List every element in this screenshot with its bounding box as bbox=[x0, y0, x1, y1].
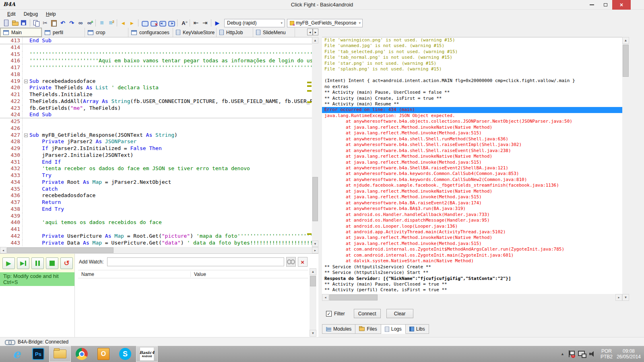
taskbar-ps[interactable]: Ps bbox=[27, 346, 49, 362]
fold-toggle-icon[interactable]: - bbox=[24, 80, 28, 83]
scroll-up-icon[interactable]: ▲ bbox=[622, 37, 629, 44]
panel-tab-files[interactable]: Files bbox=[355, 324, 381, 334]
taskbar-outlook[interactable]: O bbox=[93, 346, 114, 362]
resume-button[interactable] bbox=[2, 257, 15, 269]
clear-button[interactable]: Clear bbox=[386, 309, 413, 318]
tab-perfil[interactable]: perfil bbox=[42, 28, 85, 37]
tray-expand-icon[interactable]: ▲ bbox=[561, 352, 564, 356]
log-line: at java.lang.reflect.Method.invoke(Metho… bbox=[322, 194, 622, 200]
language-indicator[interactable]: POR PTB2 bbox=[601, 348, 613, 360]
tab-scroll-left-button[interactable]: ◂ bbox=[307, 29, 313, 35]
scroll-left-icon[interactable]: ◂ bbox=[0, 247, 6, 253]
cut-button[interactable] bbox=[41, 19, 50, 27]
code-text: End Sub bbox=[29, 111, 318, 118]
menu-debug[interactable]: Debug bbox=[20, 10, 42, 18]
log-hscrollbar[interactable]: ◂ ▸ bbox=[322, 294, 622, 301]
tab-main[interactable]: Main bbox=[0, 28, 42, 37]
filter-checkbox[interactable]: ✓ bbox=[326, 311, 332, 317]
scroll-down-icon[interactable]: ▼ bbox=[310, 330, 316, 337]
menu-help[interactable]: Help bbox=[42, 10, 60, 18]
editor-vscrollbar[interactable]: ▲ ▼ bbox=[312, 37, 318, 247]
clock[interactable]: 09:08 26/05/2014 bbox=[617, 348, 641, 360]
editor-hscroll-thumb[interactable] bbox=[7, 247, 114, 253]
fmt1-button[interactable] bbox=[97, 19, 106, 27]
run-button[interactable] bbox=[213, 19, 222, 27]
scroll-down-icon[interactable]: ▼ bbox=[622, 294, 629, 301]
redo-button[interactable] bbox=[67, 19, 76, 27]
find-watch-button[interactable] bbox=[286, 257, 296, 267]
scroll-right-icon[interactable]: ▸ bbox=[615, 294, 622, 301]
view-x-button[interactable] bbox=[149, 19, 158, 27]
restart-button[interactable] bbox=[60, 257, 73, 269]
log-output[interactable]: File 'warningicon.png' is not used. (war… bbox=[322, 37, 622, 294]
scroll-up-icon[interactable]: ▲ bbox=[312, 37, 318, 43]
volume-icon[interactable] bbox=[589, 351, 597, 357]
minimize-button[interactable] bbox=[586, 0, 598, 10]
taskbar-chrome[interactable] bbox=[71, 346, 93, 362]
title-bar: B4A Click Fight - Basic4android × bbox=[0, 0, 644, 10]
copy-button[interactable] bbox=[32, 19, 41, 27]
close-icon: × bbox=[620, 2, 623, 8]
scroll-down-icon[interactable]: ▼ bbox=[312, 241, 318, 247]
editor-hscrollbar[interactable]: ◂ ▸ bbox=[0, 247, 318, 253]
network-icon[interactable] bbox=[578, 351, 585, 357]
pause-button[interactable] bbox=[31, 257, 44, 269]
tab-scroll-right-button[interactable]: ▸ bbox=[313, 29, 318, 35]
log-line: at android.app.ActivityThread.main(Activ… bbox=[322, 229, 622, 235]
fold-margin bbox=[23, 172, 29, 179]
scroll-right-icon[interactable]: ▸ bbox=[312, 247, 318, 253]
delete-watch-button[interactable]: × bbox=[298, 257, 308, 267]
panel-tab-libs[interactable]: Libs bbox=[406, 324, 429, 334]
rename-button[interactable] bbox=[179, 19, 188, 27]
outdent-button[interactable] bbox=[192, 19, 200, 27]
view-button[interactable] bbox=[140, 19, 149, 27]
taskbar-ie[interactable]: e bbox=[6, 346, 27, 362]
line-number: 434 bbox=[0, 179, 23, 186]
open-button[interactable] bbox=[10, 19, 19, 27]
sub-navigator-select[interactable]: myFB_GetFields_Response ▾ bbox=[287, 19, 363, 27]
indent-button[interactable] bbox=[200, 19, 209, 27]
watch-vscrollbar[interactable]: ▲ ▼ bbox=[310, 268, 316, 337]
tab-configuracoes[interactable]: configuracoes bbox=[128, 28, 173, 37]
undo-button[interactable] bbox=[58, 19, 67, 27]
debug-mode-select[interactable]: Debug (rapid) ▾ bbox=[224, 19, 285, 27]
fmt2-button[interactable] bbox=[106, 19, 115, 27]
log-vscrollbar[interactable]: ▲ ▼ bbox=[622, 37, 629, 301]
bubble-l-button[interactable] bbox=[158, 19, 167, 27]
scroll-up-icon[interactable]: ▲ bbox=[310, 268, 316, 275]
find-button[interactable] bbox=[76, 19, 85, 27]
new-button[interactable] bbox=[2, 19, 10, 27]
step-button[interactable] bbox=[17, 257, 29, 269]
back-button[interactable] bbox=[119, 19, 128, 27]
log-vscroll-thumb[interactable] bbox=[623, 45, 629, 77]
restore-button[interactable] bbox=[599, 0, 611, 10]
menu-edit[interactable]: Edit bbox=[3, 10, 20, 18]
panel-tab-logs[interactable]: Logs bbox=[381, 324, 406, 334]
action-center-icon[interactable]: × bbox=[568, 350, 574, 358]
stop-button[interactable] bbox=[46, 257, 58, 269]
bubble-r-button[interactable] bbox=[167, 19, 175, 27]
tab-crop[interactable]: crop bbox=[85, 28, 128, 37]
taskbar-b4a[interactable]: Basic4Android bbox=[136, 346, 158, 362]
fold-toggle-icon[interactable]: - bbox=[24, 134, 28, 137]
log-hscroll-thumb[interactable] bbox=[329, 294, 378, 300]
editor-vscroll-thumb[interactable] bbox=[312, 177, 318, 221]
paste-button[interactable] bbox=[50, 19, 58, 27]
code-line: 433 Try bbox=[0, 172, 318, 179]
forward-button[interactable] bbox=[128, 19, 136, 27]
panel-tab-modules[interactable]: Modules bbox=[322, 324, 355, 334]
scroll-left-icon[interactable]: ◂ bbox=[322, 294, 329, 301]
tab-httpjob[interactable]: HttpJob bbox=[217, 28, 253, 37]
tab-slidemenu[interactable]: SlideMenu bbox=[253, 28, 295, 37]
save-button[interactable] bbox=[19, 19, 28, 27]
add-watch-input[interactable] bbox=[107, 257, 284, 266]
connect-button[interactable]: Connect bbox=[354, 309, 381, 318]
taskbar-explorer[interactable] bbox=[49, 346, 71, 362]
code-editor[interactable]: 413End Sub414415''''''''''''''''''''''''… bbox=[0, 37, 318, 247]
code-line: 428 Private jParser2 As JSONParser bbox=[0, 138, 318, 145]
tab-keyvaluestore[interactable]: KeyValueStore bbox=[173, 28, 217, 37]
close-button[interactable]: × bbox=[612, 0, 631, 10]
watch-vscroll-thumb[interactable] bbox=[310, 276, 316, 286]
find-add-button[interactable] bbox=[85, 19, 94, 27]
taskbar-skype[interactable]: S bbox=[114, 346, 136, 362]
